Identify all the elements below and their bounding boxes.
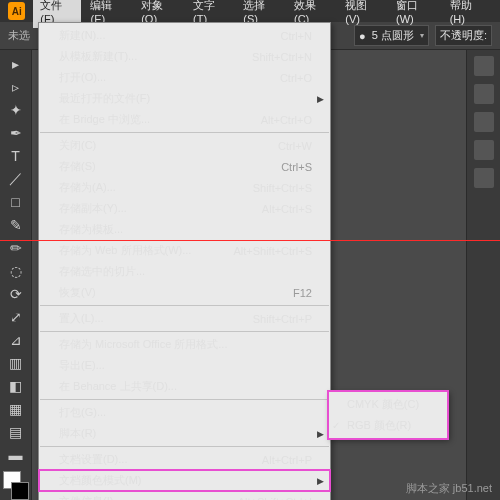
rotate-tool-icon[interactable]: ⟳ xyxy=(4,284,28,305)
shape-builder-tool-icon[interactable]: ◧ xyxy=(4,376,28,397)
scale-tool-icon[interactable]: ⤢ xyxy=(4,307,28,328)
app-logo: Ai xyxy=(8,2,25,20)
tools-panel: ▸ ▹ ✦ ✒ T ／ □ ✎ ✏ ◌ ⟳ ⤢ ⊿ ▥ ◧ ▦ ▤ ▬ xyxy=(0,50,32,500)
check-icon: ✓ xyxy=(332,420,340,431)
submenu-arrow-icon: ▶ xyxy=(317,476,324,486)
menu-item[interactable]: 帮助(H) xyxy=(443,0,492,28)
direct-selection-tool-icon[interactable]: ▹ xyxy=(4,77,28,98)
menu-shortcut: Shift+Ctrl+P xyxy=(253,313,312,325)
menu-shortcut: Ctrl+S xyxy=(281,161,312,173)
magic-wand-tool-icon[interactable]: ✦ xyxy=(4,100,28,121)
menu-item-label: 文档设置(D)... xyxy=(59,452,127,467)
menu-shortcut: Alt+Shift+Ctrl+I xyxy=(238,496,312,501)
gradient-tool-icon[interactable]: ▬ xyxy=(4,444,28,465)
menu-item-label: 存储为 Microsoft Office 所用格式... xyxy=(59,337,228,352)
menu-item-label: 打包(G)... xyxy=(59,405,106,420)
menu-item-label: 存储选中的切片... xyxy=(59,264,145,279)
pen-tool-icon[interactable]: ✒ xyxy=(4,123,28,144)
menu-item[interactable]: 关闭(C)Ctrl+W xyxy=(39,135,330,156)
watermark-text: 脚本之家 jb51.net xyxy=(406,481,492,496)
menu-item[interactable]: 从模板新建(T)...Shift+Ctrl+N xyxy=(39,46,330,67)
submenu-item-label: CMYK 颜色(C) xyxy=(347,397,419,412)
menu-item[interactable]: 文档颜色模式(M)▶ xyxy=(39,470,330,491)
submenu-arrow-icon: ▶ xyxy=(317,429,324,439)
menu-item-label: 从模板新建(T)... xyxy=(59,49,137,64)
width-tool-icon[interactable]: ⊿ xyxy=(4,330,28,351)
mesh-tool-icon[interactable]: ▤ xyxy=(4,422,28,443)
panel-icon[interactable] xyxy=(474,56,494,76)
menu-item-label: 存储副本(Y)... xyxy=(59,201,127,216)
submenu-item[interactable]: ✓RGB 颜色(R) xyxy=(329,415,447,436)
menu-item-label: 关闭(C) xyxy=(59,138,96,153)
menu-shortcut: Alt+Ctrl+S xyxy=(262,203,312,215)
menu-item[interactable]: 最近打开的文件(F)▶ xyxy=(39,88,330,109)
menu-shortcut: Ctrl+N xyxy=(281,30,312,42)
type-tool-icon[interactable]: T xyxy=(4,146,28,167)
free-transform-tool-icon[interactable]: ▥ xyxy=(4,353,28,374)
menu-item-label: 存储(S) xyxy=(59,159,96,174)
perspective-tool-icon[interactable]: ▦ xyxy=(4,399,28,420)
paintbrush-tool-icon[interactable]: ✎ xyxy=(4,215,28,236)
submenu-item-label: RGB 颜色(R) xyxy=(347,418,411,433)
menu-item-label: 置入(L)... xyxy=(59,311,104,326)
menu-separator xyxy=(40,305,329,306)
panel-icon[interactable] xyxy=(474,112,494,132)
menu-item-label: 脚本(R) xyxy=(59,426,96,441)
menu-item-label: 导出(E)... xyxy=(59,358,105,373)
submenu-item[interactable]: CMYK 颜色(C) xyxy=(329,394,447,415)
menu-shortcut: F12 xyxy=(293,287,312,299)
menu-item[interactable]: 存储为 Microsoft Office 所用格式... xyxy=(39,334,330,355)
menu-item-label: 最近打开的文件(F) xyxy=(59,91,150,106)
annotation-line xyxy=(0,240,500,241)
menu-shortcut: Alt+Ctrl+O xyxy=(261,114,312,126)
selection-tool-icon[interactable]: ▸ xyxy=(4,54,28,75)
panel-icon[interactable] xyxy=(474,168,494,188)
menu-shortcut: Ctrl+W xyxy=(278,140,312,152)
menu-item[interactable]: 存储选中的切片... xyxy=(39,261,330,282)
menu-item-label: 存储为(A)... xyxy=(59,180,116,195)
title-bar: Ai 文件(F)编辑(E)对象(O)文字(T)选择(S)效果(C)视图(V)窗口… xyxy=(0,0,500,22)
panel-icon[interactable] xyxy=(474,84,494,104)
menu-item-label: 打开(O)... xyxy=(59,70,106,85)
menu-item[interactable]: 在 Bridge 中浏览...Alt+Ctrl+O xyxy=(39,109,330,130)
menu-shortcut: Ctrl+O xyxy=(280,72,312,84)
selection-status: 未选 xyxy=(8,28,30,43)
rectangle-tool-icon[interactable]: □ xyxy=(4,192,28,213)
menu-item[interactable]: 导出(E)... xyxy=(39,355,330,376)
menu-item[interactable]: 存储副本(Y)...Alt+Ctrl+S xyxy=(39,198,330,219)
line-tool-icon[interactable]: ／ xyxy=(4,169,28,190)
menu-separator xyxy=(40,331,329,332)
menu-item[interactable]: 置入(L)...Shift+Ctrl+P xyxy=(39,308,330,329)
menu-item[interactable]: 在 Behance 上共享(D)... xyxy=(39,376,330,397)
menu-item[interactable]: 文档设置(D)...Alt+Ctrl+P xyxy=(39,449,330,470)
stroke-profile-field[interactable]: ●5 点圆形▾ xyxy=(354,25,429,46)
menu-shortcut: Shift+Ctrl+N xyxy=(252,51,312,63)
opacity-field[interactable]: 不透明度: xyxy=(435,25,492,46)
menu-item-label: 文件信息(I)... xyxy=(59,494,123,500)
fill-stroke-swatch[interactable] xyxy=(3,471,29,500)
menu-item[interactable]: 打包(G)... xyxy=(39,402,330,423)
menu-item[interactable]: 存储为 Web 所用格式(W)...Alt+Shift+Ctrl+S xyxy=(39,240,330,261)
panel-icon[interactable] xyxy=(474,140,494,160)
menu-item[interactable]: 窗口(W) xyxy=(389,0,441,28)
menu-item[interactable]: 存储为(A)...Shift+Ctrl+S xyxy=(39,177,330,198)
menu-item[interactable]: 文件信息(I)...Alt+Shift+Ctrl+I xyxy=(39,491,330,500)
menu-item-label: 恢复(V) xyxy=(59,285,96,300)
color-mode-submenu[interactable]: CMYK 颜色(C)✓RGB 颜色(R) xyxy=(328,391,448,439)
file-menu-dropdown[interactable]: 新建(N)...Ctrl+N从模板新建(T)...Shift+Ctrl+N打开(… xyxy=(38,22,331,500)
menu-item[interactable]: 视图(V) xyxy=(338,0,387,28)
menu-item: 恢复(V)F12 xyxy=(39,282,330,303)
panel-dock xyxy=(466,50,500,500)
menu-item-label: 在 Behance 上共享(D)... xyxy=(59,379,177,394)
menu-item[interactable]: 新建(N)...Ctrl+N xyxy=(39,25,330,46)
menu-item[interactable]: 脚本(R)▶ xyxy=(39,423,330,444)
eraser-tool-icon[interactable]: ◌ xyxy=(4,261,28,282)
menu-item-label: 存储为模板... xyxy=(59,222,123,237)
menu-separator xyxy=(40,132,329,133)
menu-item-label: 新建(N)... xyxy=(59,28,105,43)
menu-separator xyxy=(40,446,329,447)
menu-item[interactable]: 打开(O)...Ctrl+O xyxy=(39,67,330,88)
menu-item-label: 在 Bridge 中浏览... xyxy=(59,112,150,127)
menu-shortcut: Alt+Shift+Ctrl+S xyxy=(233,245,312,257)
menu-item[interactable]: 存储为模板... xyxy=(39,219,330,240)
